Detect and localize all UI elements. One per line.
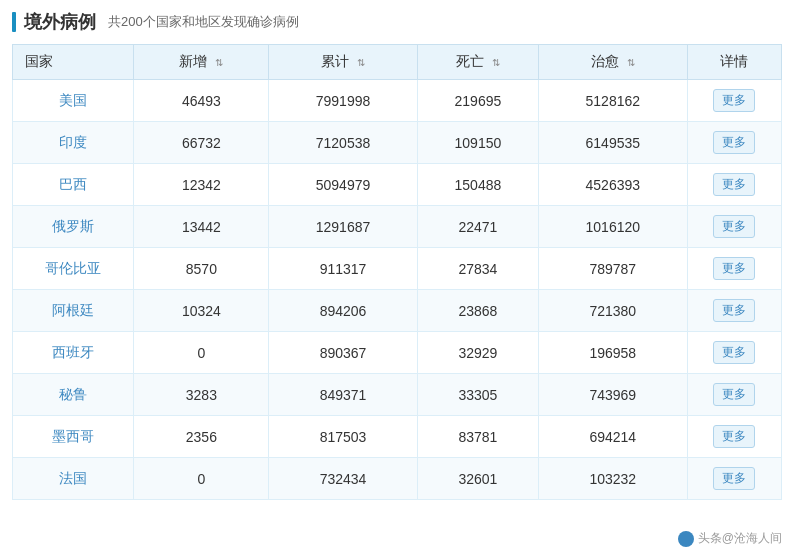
cell-country: 哥伦比亚 (13, 248, 134, 290)
more-button[interactable]: 更多 (713, 341, 755, 364)
more-button[interactable]: 更多 (713, 299, 755, 322)
cell-new: 0 (134, 458, 269, 500)
table-body: 美国4649379919982196955128162更多印度667327120… (13, 80, 782, 500)
cell-total: 7120538 (269, 122, 417, 164)
cell-death: 219695 (417, 80, 538, 122)
more-button[interactable]: 更多 (713, 383, 755, 406)
table-row: 秘鲁328384937133305743969更多 (13, 374, 782, 416)
col-header-new[interactable]: 新增 ⇅ (134, 45, 269, 80)
table-row: 美国4649379919982196955128162更多 (13, 80, 782, 122)
cell-recover: 6149535 (539, 122, 687, 164)
more-button[interactable]: 更多 (713, 425, 755, 448)
sort-icon-death: ⇅ (492, 57, 500, 68)
cell-country: 阿根廷 (13, 290, 134, 332)
cell-death: 83781 (417, 416, 538, 458)
table-row: 阿根廷1032489420623868721380更多 (13, 290, 782, 332)
cell-total: 817503 (269, 416, 417, 458)
more-button[interactable]: 更多 (713, 257, 755, 280)
table-row: 法国073243432601103232更多 (13, 458, 782, 500)
cell-total: 890367 (269, 332, 417, 374)
cell-country: 墨西哥 (13, 416, 134, 458)
cell-detail: 更多 (687, 164, 782, 206)
main-container: 境外病例 共200个国家和地区发现确诊病例 国家 新增 ⇅ 累计 ⇅ 死亡 ⇅ (0, 0, 794, 510)
cell-new: 10324 (134, 290, 269, 332)
cell-country: 秘鲁 (13, 374, 134, 416)
cell-country: 西班牙 (13, 332, 134, 374)
cell-death: 22471 (417, 206, 538, 248)
col-header-recover[interactable]: 治愈 ⇅ (539, 45, 687, 80)
cell-recover: 196958 (539, 332, 687, 374)
cell-death: 23868 (417, 290, 538, 332)
cell-death: 32929 (417, 332, 538, 374)
cell-death: 32601 (417, 458, 538, 500)
cell-total: 849371 (269, 374, 417, 416)
cell-new: 0 (134, 332, 269, 374)
cell-detail: 更多 (687, 416, 782, 458)
cell-recover: 789787 (539, 248, 687, 290)
table-row: 印度6673271205381091506149535更多 (13, 122, 782, 164)
cell-country: 俄罗斯 (13, 206, 134, 248)
cell-detail: 更多 (687, 458, 782, 500)
cell-recover: 103232 (539, 458, 687, 500)
watermark: 头条@沧海人间 (678, 530, 782, 547)
col-header-total[interactable]: 累计 ⇅ (269, 45, 417, 80)
cell-detail: 更多 (687, 80, 782, 122)
cell-country: 印度 (13, 122, 134, 164)
cases-table: 国家 新增 ⇅ 累计 ⇅ 死亡 ⇅ 治愈 ⇅ (12, 44, 782, 500)
cell-new: 66732 (134, 122, 269, 164)
more-button[interactable]: 更多 (713, 467, 755, 490)
cell-total: 1291687 (269, 206, 417, 248)
section-header: 境外病例 共200个国家和地区发现确诊病例 (12, 10, 782, 34)
col-header-death[interactable]: 死亡 ⇅ (417, 45, 538, 80)
cell-recover: 743969 (539, 374, 687, 416)
col-header-detail: 详情 (687, 45, 782, 80)
section-bar (12, 12, 16, 32)
table-row: 西班牙089036732929196958更多 (13, 332, 782, 374)
cell-total: 911317 (269, 248, 417, 290)
watermark-icon (678, 531, 694, 547)
table-row: 巴西1234250949791504884526393更多 (13, 164, 782, 206)
cell-new: 13442 (134, 206, 269, 248)
cell-recover: 721380 (539, 290, 687, 332)
more-button[interactable]: 更多 (713, 131, 755, 154)
section-subtitle: 共200个国家和地区发现确诊病例 (108, 13, 299, 31)
table-row: 俄罗斯134421291687224711016120更多 (13, 206, 782, 248)
more-button[interactable]: 更多 (713, 89, 755, 112)
watermark-text: 头条@沧海人间 (698, 530, 782, 547)
table-row: 墨西哥235681750383781694214更多 (13, 416, 782, 458)
cell-detail: 更多 (687, 332, 782, 374)
cell-recover: 694214 (539, 416, 687, 458)
sort-icon-recover: ⇅ (627, 57, 635, 68)
cell-detail: 更多 (687, 122, 782, 164)
cell-death: 27834 (417, 248, 538, 290)
cell-detail: 更多 (687, 206, 782, 248)
cell-new: 3283 (134, 374, 269, 416)
cell-death: 33305 (417, 374, 538, 416)
cell-total: 894206 (269, 290, 417, 332)
cell-detail: 更多 (687, 290, 782, 332)
cell-country: 美国 (13, 80, 134, 122)
cell-country: 巴西 (13, 164, 134, 206)
more-button[interactable]: 更多 (713, 215, 755, 238)
cell-detail: 更多 (687, 374, 782, 416)
cell-new: 46493 (134, 80, 269, 122)
table-header-row: 国家 新增 ⇅ 累计 ⇅ 死亡 ⇅ 治愈 ⇅ (13, 45, 782, 80)
sort-icon-new: ⇅ (215, 57, 223, 68)
cell-total: 7991998 (269, 80, 417, 122)
col-header-country: 国家 (13, 45, 134, 80)
cell-detail: 更多 (687, 248, 782, 290)
cell-recover: 1016120 (539, 206, 687, 248)
cell-new: 8570 (134, 248, 269, 290)
cell-recover: 4526393 (539, 164, 687, 206)
cell-total: 732434 (269, 458, 417, 500)
cell-country: 法国 (13, 458, 134, 500)
more-button[interactable]: 更多 (713, 173, 755, 196)
cell-total: 5094979 (269, 164, 417, 206)
cell-new: 2356 (134, 416, 269, 458)
cell-new: 12342 (134, 164, 269, 206)
cell-death: 150488 (417, 164, 538, 206)
table-row: 哥伦比亚857091131727834789787更多 (13, 248, 782, 290)
section-title: 境外病例 (24, 10, 96, 34)
sort-icon-total: ⇅ (357, 57, 365, 68)
cell-recover: 5128162 (539, 80, 687, 122)
